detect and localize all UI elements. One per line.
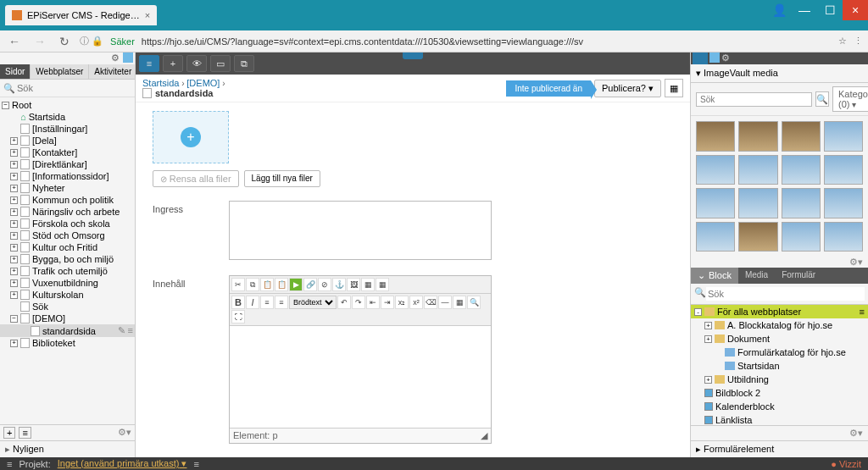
crumb-link[interactable]: Startsida — [142, 78, 179, 88]
number-list-icon[interactable]: ≡ — [275, 296, 288, 309]
tree-node[interactable]: +[Dela] — [0, 135, 135, 147]
add-button[interactable]: + — [163, 55, 183, 72]
iv-thumbnail[interactable] — [824, 121, 863, 152]
forward-button[interactable]: → — [31, 35, 49, 48]
block-node[interactable]: +Utbildning — [691, 373, 868, 386]
menu-icon[interactable]: ≡ — [7, 459, 12, 469]
publish-button[interactable]: Publicera? ▾ — [594, 80, 661, 97]
minimize-button[interactable]: — — [792, 0, 817, 20]
tree-search-input[interactable] — [15, 81, 136, 95]
undo-icon[interactable]: ↶ — [337, 296, 351, 309]
tree-node[interactable]: −[DEMO] — [0, 312, 135, 324]
iv-categories-dropdown[interactable]: Kategorier (0) ▾ — [832, 86, 868, 112]
tab-pages[interactable]: Sidor — [0, 64, 31, 79]
tree-node[interactable]: +Förskola och skola — [0, 218, 135, 229]
gear-icon[interactable]: ⚙ — [111, 53, 121, 63]
style-select[interactable]: Brödtext — [289, 296, 337, 309]
iv-thumbnail[interactable] — [738, 188, 777, 218]
ingress-textarea[interactable] — [229, 201, 492, 260]
gear-icon[interactable]: ⚙▾ — [691, 425, 868, 440]
sub-icon[interactable]: x₂ — [395, 296, 409, 309]
iv-thumbnail[interactable] — [782, 121, 821, 152]
hamburger-icon[interactable]: ≡ — [139, 55, 159, 72]
gear-icon[interactable]: ⚙ — [721, 53, 732, 63]
redo-icon[interactable]: ↷ — [352, 296, 365, 309]
tree-node[interactable]: +Biblioteket — [0, 337, 135, 349]
iv-thumbnail[interactable] — [824, 188, 863, 218]
paste-icon[interactable]: 📋 — [260, 278, 274, 291]
folder-icon[interactable] — [693, 53, 708, 64]
resize-handle-icon[interactable]: ◢ — [481, 430, 487, 441]
italic-icon[interactable]: I — [246, 296, 259, 309]
recent-section[interactable]: ▸ Nyligen — [0, 440, 135, 457]
bold-icon[interactable]: B — [231, 296, 245, 309]
link-icon[interactable]: 🔗 — [303, 278, 317, 291]
gear-icon[interactable]: ⚙▾ — [118, 427, 131, 439]
gear-icon[interactable]: ⚙▾ — [691, 257, 868, 268]
reload-button[interactable]: ↻ — [56, 35, 73, 48]
url-text[interactable]: https://hjo.se/ui/CMS/?language=sv#conte… — [142, 36, 832, 47]
close-icon[interactable]: × — [145, 10, 150, 20]
maximize-button[interactable]: ☐ — [817, 0, 843, 20]
tree-node[interactable]: +Trafik och utemiljö — [0, 265, 135, 277]
iv-thumbnail[interactable] — [696, 155, 735, 185]
bullet-list-icon[interactable]: ≡ — [260, 296, 274, 309]
form-elements-section[interactable]: ▸ Formulärelement — [691, 440, 868, 457]
iv-thumbnail[interactable] — [696, 222, 735, 252]
tree-node[interactable]: +Kulturskolan — [0, 289, 135, 301]
block-search-input[interactable] — [706, 287, 865, 301]
iv-thumbnail[interactable] — [738, 222, 777, 252]
crumb-link[interactable]: [DEMO] — [186, 78, 220, 88]
add-page-button[interactable]: + — [3, 427, 15, 439]
iv-thumbnail[interactable] — [782, 222, 821, 252]
clear-format-icon[interactable]: ⌫ — [424, 296, 437, 309]
iv-thumbnail[interactable] — [824, 222, 863, 252]
iv-thumbnail[interactable] — [696, 121, 735, 152]
iv-thumbnail[interactable] — [824, 155, 863, 185]
block-node[interactable]: +A. Blockkatalog för hjo.se — [691, 318, 868, 332]
image-icon[interactable]: 🖼 — [347, 278, 360, 291]
hr-icon[interactable]: — — [438, 296, 452, 309]
tree-menu-button[interactable]: ≡ — [19, 427, 31, 439]
tree-node[interactable]: standardsida✎ ≡ — [0, 324, 135, 337]
file-upload-dropzone[interactable]: + — [153, 111, 229, 163]
paste-text-icon[interactable]: 📋 — [275, 278, 288, 291]
block-node[interactable]: Formulärkatalog för hjo.se — [691, 346, 868, 359]
table-icon[interactable]: ▦ — [376, 278, 389, 291]
device-button[interactable]: ▭ — [210, 55, 231, 72]
block-node[interactable]: Kalenderblock — [691, 400, 868, 413]
tree-node[interactable]: +[Direktlänkar] — [0, 158, 135, 170]
tree-root[interactable]: −Root — [0, 99, 135, 111]
source-icon[interactable]: ▦ — [453, 296, 466, 309]
pin-icon[interactable] — [123, 53, 133, 63]
compare-button[interactable]: ⧉ — [234, 55, 254, 72]
iv-thumbnail[interactable] — [696, 188, 735, 218]
insert-icon[interactable]: ▶ — [289, 278, 303, 291]
iv-thumbnail[interactable] — [738, 155, 777, 185]
list-icon[interactable]: ≡ — [193, 459, 198, 469]
tree-node[interactable]: +Vuxenutbildning — [0, 277, 135, 289]
tree-node[interactable]: +[Kontakter] — [0, 147, 135, 158]
tree-node[interactable]: +Stöd och Omsorg — [0, 229, 135, 241]
cut-icon[interactable]: ✂ — [231, 278, 245, 291]
tree-node[interactable]: +Kommun och politik — [0, 194, 135, 206]
search-icon[interactable]: 🔍 — [467, 296, 481, 309]
tab-activities[interactable]: Aktiviteter — [89, 64, 137, 79]
user-icon[interactable]: 👤 — [766, 0, 792, 20]
back-button[interactable]: ← — [5, 35, 24, 48]
rte-body[interactable] — [230, 326, 491, 428]
clear-files-button[interactable]: ⊘ Rensa alla filer — [153, 170, 239, 187]
tree-node[interactable]: +Nyheter — [0, 182, 135, 194]
tab-forms[interactable]: Formulär — [775, 268, 822, 284]
tree-node[interactable]: +Bygga, bo och miljö — [0, 253, 135, 265]
tab-block[interactable]: ⌄Block — [691, 268, 738, 284]
pin-icon[interactable] — [709, 53, 720, 63]
media-icon[interactable]: ▦ — [361, 278, 375, 291]
tab-media[interactable]: Media — [738, 268, 775, 284]
view-mode-button[interactable]: ▦ — [665, 79, 683, 97]
block-node[interactable]: Bildblock 2 — [691, 386, 868, 400]
expand-handle[interactable] — [403, 53, 423, 59]
anchor-icon[interactable]: ⚓ — [332, 278, 346, 291]
menu-icon[interactable]: ⋮ — [854, 36, 863, 47]
unlink-icon[interactable]: ⊘ — [318, 278, 331, 291]
